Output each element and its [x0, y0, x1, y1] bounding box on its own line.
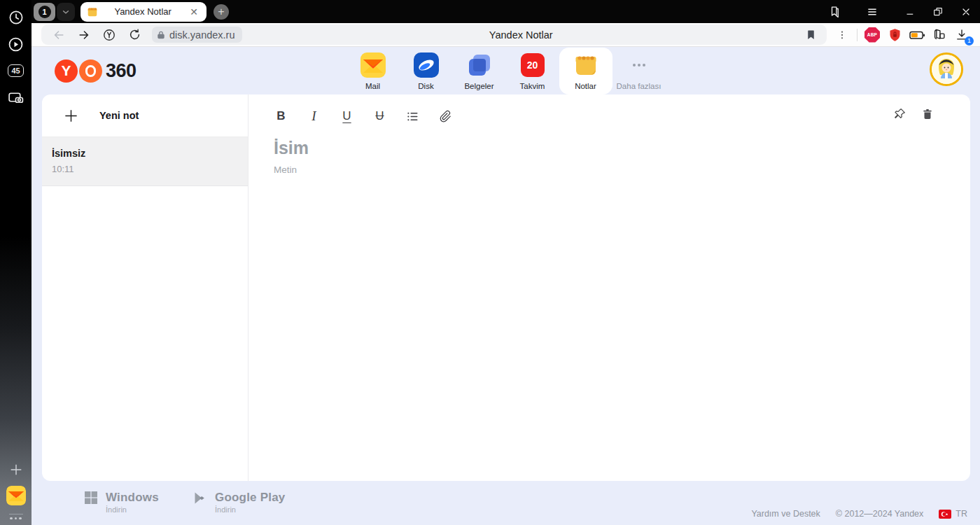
new-tab-button[interactable]: +	[214, 4, 229, 20]
delete-note-icon[interactable]	[918, 104, 937, 125]
notes-list-panel: Yeni not İsimsiz 10:11	[42, 94, 248, 481]
service-belgeler[interactable]: Belgeler	[453, 48, 506, 94]
cards-icon[interactable]	[928, 25, 951, 45]
toolbar-more-icon[interactable]	[831, 25, 853, 45]
downloads-icon[interactable]: 1	[951, 25, 973, 45]
turkey-flag-icon	[939, 510, 951, 519]
url-chip[interactable]: disk.yandex.ru	[152, 27, 242, 43]
bookmark-icon[interactable]	[800, 26, 821, 44]
attach-button[interactable]	[438, 106, 453, 127]
yandex-notes-page: Y 360 Mail Disk	[31, 47, 980, 525]
refresh-icon[interactable]	[124, 26, 145, 44]
browser-toolbar: disk.yandex.ru Yandex Notlar ABP	[31, 23, 980, 47]
adblock-extension-icon[interactable]: ABP	[861, 25, 883, 45]
tab-yandex-notlar[interactable]: Yandex Notlar ✕	[80, 2, 206, 22]
strikethrough-button[interactable]: U	[372, 106, 387, 127]
collections-icon[interactable]	[820, 0, 848, 23]
mail-app-shortcut-icon[interactable]	[6, 486, 26, 505]
service-notlar[interactable]: Notlar	[559, 48, 612, 94]
format-toolbar: B I U U	[274, 104, 951, 129]
plus-icon	[63, 108, 79, 124]
rail-more-icon[interactable]	[10, 517, 22, 520]
protect-shield-icon[interactable]	[883, 25, 906, 45]
google-play-download-link[interactable]: Google Play İndirin	[192, 491, 285, 514]
new-note-button[interactable]: Yeni not	[42, 94, 248, 137]
note-title-input[interactable]: İsim	[274, 138, 951, 158]
notes-card: Yeni not İsimsiz 10:11 B I U U	[42, 94, 970, 481]
note-actions	[890, 104, 937, 125]
battery-icon[interactable]	[906, 25, 928, 45]
toolbar-extensions: ABP 1	[831, 25, 973, 45]
tab-count: 1	[38, 6, 51, 18]
note-time: 10:11	[52, 164, 234, 174]
tab-close-icon[interactable]: ✕	[188, 6, 200, 18]
tab-counter-button[interactable]: 1	[34, 3, 55, 21]
italic-button[interactable]: I	[307, 106, 321, 127]
address-bar-page-title: Yandex Notlar	[242, 29, 801, 41]
service-disk[interactable]: Disk	[400, 48, 453, 94]
logo-360-text: 360	[106, 60, 136, 82]
tab-group-control: 1	[34, 3, 75, 21]
help-link[interactable]: Yardım ve Destek	[751, 509, 820, 519]
underline-button[interactable]: U	[340, 106, 354, 127]
mail-service-icon	[360, 52, 386, 78]
note-list-item[interactable]: İsimsiz 10:11	[42, 137, 248, 186]
window-controls	[820, 0, 980, 23]
tab-list-chevron-icon[interactable]	[57, 3, 75, 21]
yandex-logo-y-icon: Y	[55, 59, 78, 83]
video-play-icon[interactable]	[6, 34, 27, 55]
notes-service-icon	[573, 52, 598, 78]
yandex-360-logo[interactable]: Y 360	[55, 59, 136, 83]
bold-button[interactable]: B	[274, 106, 288, 127]
score-badge-value: 45	[8, 64, 23, 77]
footer-links: Yardım ve Destek © 2012—2024 Yandex TR	[751, 509, 967, 519]
address-bar[interactable]: disk.yandex.ru Yandex Notlar	[41, 24, 827, 45]
download-count-badge: 1	[965, 36, 974, 46]
tab-title: Yandex Notlar	[98, 6, 188, 17]
more-services-icon	[626, 52, 652, 78]
calendar-day-badge: 20	[521, 53, 545, 77]
tab-favicon-notes	[87, 6, 98, 18]
tab-strip: 1 Yandex Notlar ✕ +	[31, 0, 980, 23]
score-badge[interactable]: 45	[6, 60, 27, 81]
calendar-service-icon: 20	[519, 52, 545, 78]
restore-icon[interactable]	[924, 0, 952, 23]
url-text: disk.yandex.ru	[169, 29, 235, 41]
rail-divider	[9, 514, 23, 514]
back-icon[interactable]	[48, 26, 69, 44]
browser-main: 1 Yandex Notlar ✕ +	[31, 0, 980, 525]
google-play-icon	[192, 491, 207, 505]
service-mail[interactable]: Mail	[346, 48, 400, 94]
forward-icon[interactable]	[74, 26, 94, 44]
note-editor: B I U U	[248, 94, 970, 481]
service-more[interactable]: Daha fazlası	[612, 48, 666, 94]
windows-icon	[84, 491, 98, 505]
browser-menu-icon[interactable]	[858, 0, 886, 23]
lock-icon	[156, 30, 166, 40]
content-area: Yeni not İsimsiz 10:11 B I U U	[31, 94, 980, 481]
windows-download-link[interactable]: Windows İndirin	[84, 491, 159, 514]
note-body-input[interactable]: Metin	[274, 164, 951, 175]
note-title: İsimsiz	[52, 148, 234, 159]
minimize-icon[interactable]	[896, 0, 924, 23]
browser-window: 45 1 Yandex N	[0, 0, 980, 525]
pin-note-icon[interactable]	[890, 104, 909, 125]
close-window-icon[interactable]	[952, 0, 980, 23]
service-takvim[interactable]: 20 Takvim	[506, 48, 559, 94]
browser-side-rail: 45	[0, 0, 31, 525]
docs-service-icon	[466, 52, 492, 78]
screenshot-icon[interactable]	[6, 87, 27, 108]
services-nav: Mail Disk Belgeler	[346, 47, 666, 94]
yandex-button-icon[interactable]	[99, 26, 120, 44]
user-avatar[interactable]	[930, 52, 963, 86]
page-footer: Windows İndirin Google Play İndirin Yard…	[31, 481, 980, 525]
add-panel-icon[interactable]	[6, 459, 27, 480]
list-button[interactable]	[405, 106, 420, 127]
language-switcher[interactable]: TR	[939, 509, 967, 519]
history-icon[interactable]	[6, 7, 27, 28]
yandex-logo-o-icon	[79, 59, 102, 83]
toolbar-separator	[857, 29, 858, 41]
language-code: TR	[955, 509, 967, 519]
copyright-text: © 2012—2024 Yandex	[836, 509, 924, 519]
disk-service-icon	[413, 52, 439, 78]
